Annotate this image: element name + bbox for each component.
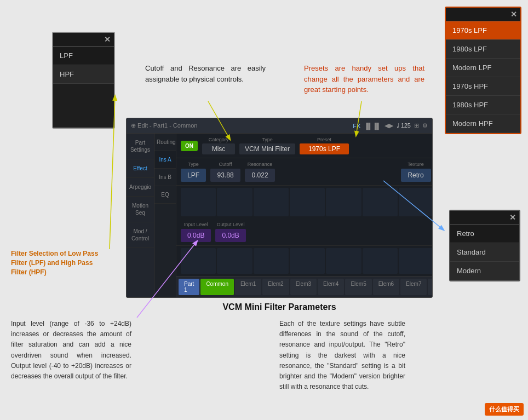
inner-sidebar-ins-b[interactable]: Ins B [154, 169, 176, 186]
filter-popup-close[interactable]: ✕ [104, 35, 111, 44]
synth-pad[interactable] [181, 248, 216, 274]
watermark: 什么值得买 [485, 403, 524, 416]
preset-option-1970slpf[interactable]: 1970s LPF [446, 21, 520, 40]
type-value[interactable]: LPF [181, 169, 206, 182]
preset-popup: ✕ 1970s LPF 1980s LPF Modern LPF 1970s H… [445, 7, 521, 134]
inner-sidebar-eq[interactable]: EQ [154, 186, 176, 204]
synth-pad[interactable] [363, 188, 398, 216]
tab-elem5[interactable]: Elem5 [345, 279, 371, 295]
synth-tabbar: Part 1 Common Elem1 Elem2 Elem3 Elem4 El… [176, 276, 433, 297]
on-button[interactable]: ON [181, 141, 198, 151]
texture-option-standard[interactable]: Standard [450, 243, 519, 262]
output-level-value[interactable]: 0.0dB [215, 229, 245, 242]
preset-option-modernlpf[interactable]: Modern LPF [446, 59, 520, 77]
type-name-value[interactable]: VCM Mini Filter [239, 143, 295, 154]
param-type: Type LPF [181, 162, 206, 182]
annotation-input-output: Input level (range of -36 to +24dB) incr… [11, 319, 131, 382]
resonance-label: Resonance [248, 162, 273, 167]
synth-pad[interactable] [290, 188, 325, 216]
type-name-label: Type [262, 137, 273, 142]
param-output-level: Output Level 0.0dB [215, 222, 245, 242]
tab-elem6[interactable]: Elem6 [373, 279, 399, 295]
synth-pad[interactable] [217, 188, 252, 216]
synth-body: Part Settings Effect Arpeggio Motion Seq… [127, 134, 432, 297]
cutoff-label: Cutoff [219, 162, 232, 167]
inner-sidebar-routing[interactable]: Routing [154, 134, 176, 151]
topbar-settings-icon[interactable]: ⚙ [422, 122, 428, 129]
topbar-meter-icon: ▐▌▐▌ [364, 123, 381, 129]
preset-option-1970shpf[interactable]: 1970s HPF [446, 77, 520, 96]
param-group-type-name: Type VCM Mini Filter [239, 137, 295, 154]
sidebar-item-arpeggio[interactable]: Arpeggio [127, 178, 154, 197]
synth-topbar: ⊕ Edit - Part1 - Common FX ▐▌▐▌ ◀▶ ♩ 125… [127, 118, 432, 134]
tab-elem4[interactable]: Elem4 [318, 279, 344, 295]
output-level-label: Output Level [217, 222, 245, 227]
synth-inner-sidebar: Routing Ins A Ins B EQ [154, 134, 176, 297]
filter-option-lpf[interactable]: LPF [53, 47, 114, 65]
texture-value[interactable]: Retro [401, 169, 431, 182]
preset-value[interactable]: 1970s LPF [300, 143, 349, 154]
type-label: Type [188, 162, 199, 167]
synth-pad-area-1 [176, 186, 433, 218]
param-texture: Texture Retro [401, 162, 431, 182]
synth-pad-area-2 [176, 246, 433, 276]
param-cutoff: Cutoff 93.88 [210, 162, 240, 182]
sidebar-item-motion-seq[interactable]: Motion Seq [127, 197, 154, 222]
texture-popup-close[interactable]: ✕ [509, 213, 516, 222]
synth-pad[interactable] [399, 188, 433, 216]
synth-pad[interactable] [326, 248, 361, 274]
texture-option-modern[interactable]: Modern [450, 262, 519, 280]
sidebar-item-effect[interactable]: Effect [127, 159, 154, 178]
synth-pad[interactable] [181, 188, 216, 216]
tab-elem3[interactable]: Elem3 [290, 279, 317, 295]
input-level-label: Input Level [184, 222, 208, 227]
sidebar-item-part-settings[interactable]: Part Settings [127, 134, 154, 159]
synth-pad[interactable] [363, 248, 398, 274]
sidebar-item-mod-control[interactable]: Mod / Control [127, 222, 154, 248]
texture-popup: ✕ Retro Standard Modern [449, 210, 520, 281]
topbar-grid-icon: ⊞ [414, 122, 419, 129]
inner-sidebar-ins-a[interactable]: Ins A [154, 151, 176, 169]
synth-pad[interactable] [254, 248, 289, 274]
category-label: Category [209, 137, 229, 142]
topbar-bpm: ♩ 125 [397, 122, 411, 129]
tab-elem7[interactable]: Elem7 [400, 279, 427, 295]
tab-elem2[interactable]: Elem2 [262, 279, 289, 295]
synth-row-params: Type LPF Cutoff 93.88 Resonance 0.022 Te… [176, 158, 433, 186]
texture-label: Texture [408, 162, 424, 167]
tab-elem1[interactable]: Elem1 [235, 279, 261, 295]
tab-elem8[interactable]: Elem8 [428, 279, 433, 295]
category-value[interactable]: Misc [202, 143, 235, 154]
topbar-fx[interactable]: FX [353, 123, 360, 129]
annotation-cutoff-resonance: Cutoff and Resonance are easily assignab… [145, 63, 266, 84]
tab-part1[interactable]: Part 1 [179, 279, 199, 295]
input-level-value[interactable]: 0.0dB [181, 229, 211, 242]
filter-option-hpf[interactable]: HPF [53, 65, 114, 84]
param-group-category: Category Misc [202, 137, 235, 154]
annotation-cutoff-text: Cutoff and Resonance are easily assignab… [145, 64, 266, 83]
preset-label: Preset [317, 137, 331, 142]
synth-main-content: ON Category Misc Type VCM Mini Filter Pr… [176, 134, 433, 297]
synth-pad[interactable] [399, 248, 433, 274]
preset-option-modernhpf[interactable]: Modern HPF [446, 114, 520, 133]
filter-popup-header: ✕ [53, 33, 114, 47]
annotation-texture-settings: Each of the texture settings have subtle… [279, 319, 405, 392]
synth-sidebar: Part Settings Effect Arpeggio Motion Seq… [127, 134, 154, 297]
synth-pad[interactable] [254, 188, 289, 216]
param-resonance: Resonance 0.022 [245, 162, 275, 182]
synth-pad[interactable] [290, 248, 325, 274]
cutoff-value[interactable]: 93.88 [210, 169, 240, 182]
tab-common[interactable]: Common [200, 279, 234, 295]
resonance-value[interactable]: 0.022 [245, 169, 275, 182]
synth-pad[interactable] [326, 188, 361, 216]
preset-popup-close[interactable]: ✕ [510, 10, 517, 19]
synth-pad[interactable] [217, 248, 252, 274]
filter-type-popup: ✕ LPF HPF [52, 32, 115, 129]
topbar-arrow-icon: ◀▶ [384, 122, 393, 129]
preset-option-1980shpf[interactable]: 1980s HPF [446, 96, 520, 114]
preset-option-1980slpf[interactable]: 1980s LPF [446, 40, 520, 59]
preset-popup-header: ✕ [446, 8, 520, 21]
panel-title: VCM Mini Filter Parameters [126, 302, 433, 312]
texture-option-retro[interactable]: Retro [450, 225, 519, 243]
page-background: Cutoff and Resonance are easily assignab… [0, 0, 528, 420]
